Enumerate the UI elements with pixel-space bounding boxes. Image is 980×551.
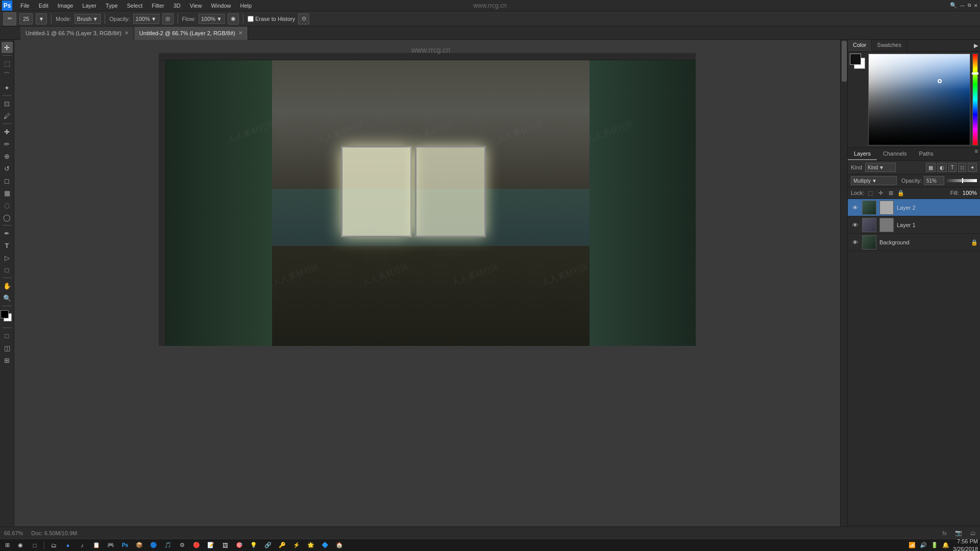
hue-slider[interactable] bbox=[972, 54, 978, 145]
rectangle-select-tool[interactable]: ⬚ bbox=[2, 58, 13, 69]
smart-filter-btn[interactable]: ✦ bbox=[968, 163, 977, 172]
taskbar-app17[interactable]: ⚡ bbox=[290, 540, 303, 550]
eyedropper-tool[interactable]: 🖊 bbox=[2, 110, 13, 121]
fg-color-box[interactable] bbox=[850, 54, 861, 65]
shape-tool[interactable]: □ bbox=[2, 264, 13, 276]
color-panel-collapse[interactable]: ▶ bbox=[974, 40, 980, 51]
history-brush-tool[interactable]: ↺ bbox=[2, 163, 13, 174]
eraser-tool-btn[interactable]: ✏ bbox=[3, 12, 16, 26]
lock-all-btn[interactable]: 🔒 bbox=[897, 189, 905, 197]
close-btn[interactable]: ✕ bbox=[974, 3, 978, 8]
menu-view[interactable]: View bbox=[186, 2, 206, 10]
lasso-tool[interactable]: ⌒ bbox=[2, 70, 13, 81]
taskbar-app7[interactable]: 🔵 bbox=[148, 540, 160, 550]
taskbar-chrome[interactable]: ● bbox=[62, 540, 74, 550]
menu-3d[interactable]: 3D bbox=[169, 2, 185, 10]
taskbar-media[interactable]: ♪ bbox=[76, 540, 88, 550]
menu-window[interactable]: Window bbox=[207, 2, 235, 10]
taskbar-app16[interactable]: 🔑 bbox=[276, 540, 288, 550]
visibility-layer1[interactable]: 👁 bbox=[851, 221, 859, 229]
erase-history-check[interactable] bbox=[248, 16, 254, 22]
taskbar-app11[interactable]: 📝 bbox=[205, 540, 217, 550]
kind-dropdown[interactable]: Kind▼ bbox=[865, 163, 896, 172]
tab-paths[interactable]: Paths bbox=[913, 148, 940, 160]
brush-options-btn[interactable]: ▼ bbox=[36, 13, 47, 24]
taskbar-app15[interactable]: 🔗 bbox=[262, 540, 274, 550]
lock-artboards-btn[interactable]: ⊞ bbox=[887, 189, 895, 197]
close-tab-2[interactable]: ✕ bbox=[238, 30, 242, 36]
taskbar-app8[interactable]: 🎵 bbox=[162, 540, 174, 550]
notification-icon[interactable]: 🔔 bbox=[942, 541, 950, 549]
layer-item-background[interactable]: 👁 Background 🔒 bbox=[848, 234, 980, 251]
menu-image[interactable]: Image bbox=[54, 2, 78, 10]
network-icon[interactable]: 📶 bbox=[908, 541, 916, 549]
move-tool[interactable]: ✛ bbox=[2, 42, 13, 53]
taskbar-app19[interactable]: 🔷 bbox=[319, 540, 331, 550]
opacity-dropdown[interactable]: 100%▼ bbox=[133, 14, 159, 24]
taskbar-app10[interactable]: 🔴 bbox=[190, 540, 203, 550]
canvas-image[interactable]: 人人素材社区 人人素材社区 人人素材社区 人人素材社区 人人素材社区 人人素材社… bbox=[166, 60, 696, 346]
shape-filter-btn[interactable]: □ bbox=[958, 163, 966, 172]
pen-tool[interactable]: ✒ bbox=[2, 228, 13, 239]
type-tool[interactable]: T bbox=[2, 240, 13, 251]
brush-tool[interactable]: ✏ bbox=[2, 138, 13, 149]
blend-mode-dropdown[interactable]: Multiply▼ bbox=[851, 176, 897, 185]
menu-help[interactable]: Help bbox=[236, 2, 256, 10]
taskbar-ps[interactable]: Ps bbox=[119, 540, 131, 550]
layer-item-layer2[interactable]: 👁 Layer 2 bbox=[848, 199, 980, 216]
opacity-settings-btn[interactable]: ◎ bbox=[162, 13, 174, 24]
visibility-background[interactable]: 👁 bbox=[851, 238, 859, 246]
clone-stamp-tool[interactable]: ⊕ bbox=[2, 151, 13, 162]
tab-channels[interactable]: Channels bbox=[877, 148, 913, 160]
visibility-layer2[interactable]: 👁 bbox=[851, 204, 859, 212]
menu-file[interactable]: File bbox=[16, 2, 34, 10]
brush-size-btn[interactable]: 25 bbox=[19, 13, 33, 24]
magic-wand-tool[interactable]: ✦ bbox=[2, 82, 13, 93]
healing-brush-tool[interactable]: ✚ bbox=[2, 126, 13, 137]
system-clock[interactable]: 7:56 PM 3/26/2018 bbox=[953, 538, 978, 551]
tab-color[interactable]: Color bbox=[848, 40, 872, 51]
fg-bg-swatch-group[interactable] bbox=[850, 54, 866, 70]
taskbar-task-view[interactable]: □ bbox=[29, 540, 41, 550]
type-filter-btn[interactable]: T bbox=[948, 163, 957, 172]
foreground-background-colors[interactable] bbox=[1, 310, 14, 323]
taskbar-explorer[interactable]: 🗂 bbox=[47, 540, 60, 550]
mode-dropdown[interactable]: Brush▼ bbox=[75, 14, 101, 24]
erase-to-history-checkbox[interactable]: Erase to History bbox=[248, 16, 295, 22]
layers-panel-menu[interactable]: ≡ bbox=[973, 148, 980, 160]
taskbar-app6[interactable]: 📦 bbox=[133, 540, 145, 550]
adjustment-filter-btn[interactable]: ◐ bbox=[937, 163, 947, 172]
tablet-btn[interactable]: ⊙ bbox=[298, 13, 309, 24]
quick-mask-btn[interactable]: ◫ bbox=[2, 342, 13, 354]
eraser-tool[interactable]: ◻ bbox=[2, 175, 13, 186]
menu-filter[interactable]: Filter bbox=[148, 2, 168, 10]
start-btn[interactable]: ⊞ bbox=[2, 540, 12, 550]
tab-document-2[interactable]: Untitled-2 @ 66.7% (Layer 2, RGB/8#) ✕ bbox=[134, 27, 248, 40]
layer-item-layer1[interactable]: 👁 Layer 1 bbox=[848, 216, 980, 234]
color-gradient-picker[interactable] bbox=[868, 54, 970, 145]
standard-mode-btn[interactable]: □ bbox=[2, 330, 13, 341]
gradient-tool[interactable]: ▦ bbox=[2, 187, 13, 198]
minimize-btn[interactable]: — bbox=[960, 3, 965, 8]
opacity-slider[interactable] bbox=[946, 179, 977, 182]
hand-tool[interactable]: ✋ bbox=[2, 280, 13, 291]
taskbar-app18[interactable]: 🌟 bbox=[305, 540, 317, 550]
path-select-tool[interactable]: ▷ bbox=[2, 252, 13, 263]
taskbar-app3[interactable]: 📋 bbox=[90, 540, 103, 550]
screen-mode-btn[interactable]: ⊞ bbox=[2, 355, 13, 366]
flow-dropdown[interactable]: 100%▼ bbox=[199, 14, 225, 24]
opacity-value-field[interactable]: 51% bbox=[924, 176, 944, 185]
tab-layers[interactable]: Layers bbox=[848, 148, 877, 160]
taskbar-app9[interactable]: ⚙ bbox=[176, 540, 188, 550]
pixel-filter-btn[interactable]: ▦ bbox=[926, 163, 936, 172]
search-btn[interactable]: 🔍 bbox=[950, 2, 957, 9]
menu-layer[interactable]: Layer bbox=[78, 2, 101, 10]
menu-type[interactable]: Type bbox=[102, 2, 122, 10]
tab-swatches[interactable]: Swatches bbox=[872, 40, 907, 51]
taskbar-app13[interactable]: 🎯 bbox=[233, 540, 246, 550]
taskbar-app20[interactable]: 🏠 bbox=[333, 540, 346, 550]
vertical-scrollbar[interactable] bbox=[840, 40, 847, 532]
taskbar-cortana[interactable]: ◉ bbox=[14, 540, 27, 550]
menu-select[interactable]: Select bbox=[123, 2, 147, 10]
taskbar-app4[interactable]: 🎮 bbox=[105, 540, 117, 550]
